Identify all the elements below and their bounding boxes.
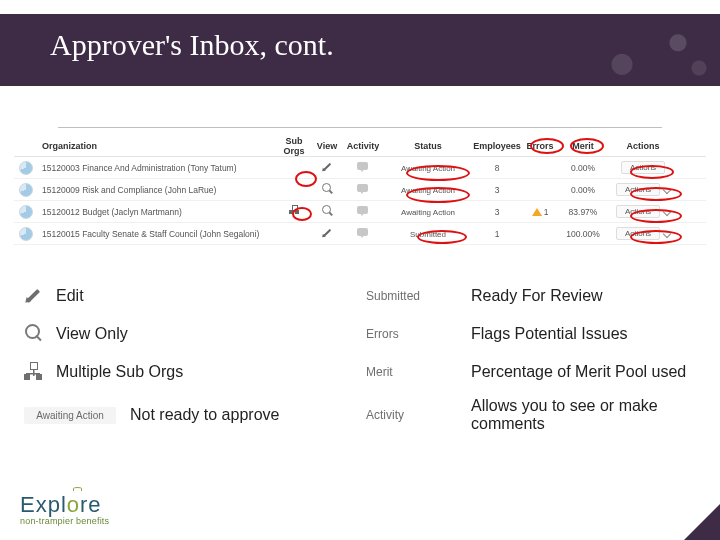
comment-icon[interactable] bbox=[357, 183, 369, 195]
chevron-down-icon[interactable] bbox=[663, 230, 671, 238]
divider bbox=[58, 127, 662, 128]
legend: Edit Submitted Ready For Review View Onl… bbox=[10, 283, 710, 445]
tree-icon[interactable] bbox=[288, 205, 300, 217]
page-title: Approver's Inbox, cont. bbox=[50, 28, 334, 62]
legend-label: Flags Potential Issues bbox=[471, 325, 710, 343]
col-merit: Merit bbox=[558, 141, 608, 151]
badge-submitted: Submitted bbox=[366, 289, 420, 303]
pie-icon bbox=[19, 183, 33, 197]
cell-merit: 0.00% bbox=[558, 163, 608, 173]
table-row: 15120015 Faculty Senate & Staff Council … bbox=[14, 223, 706, 245]
legend-label: View Only bbox=[56, 325, 366, 343]
status-chip: Awaiting Action bbox=[401, 208, 455, 217]
magnifier-icon[interactable] bbox=[321, 205, 333, 217]
cell-merit: 100.00% bbox=[558, 229, 608, 239]
comment-icon[interactable] bbox=[357, 161, 369, 173]
actions-button[interactable]: Actions bbox=[616, 183, 660, 196]
cell-org: 15120009 Risk and Compliance (John LaRue… bbox=[38, 185, 276, 195]
col-errors: Errors bbox=[522, 141, 558, 151]
legend-label: Not ready to approve bbox=[130, 406, 366, 424]
legend-label: Percentage of Merit Pool used bbox=[471, 363, 710, 381]
cell-emp: 3 bbox=[472, 207, 522, 217]
col-organization: Organization bbox=[38, 141, 276, 151]
cell-err: 1 bbox=[544, 207, 549, 217]
legend-label: Ready For Review bbox=[471, 287, 710, 305]
cell-org: 15120015 Faculty Senate & Staff Council … bbox=[38, 229, 276, 239]
col-status: Status bbox=[384, 141, 472, 151]
col-employees: Employees bbox=[472, 141, 522, 151]
explore-logo: Explore non-trampier benefits bbox=[20, 492, 109, 526]
pie-icon bbox=[19, 161, 33, 175]
pencil-icon[interactable] bbox=[321, 161, 333, 173]
badge-errors: Errors bbox=[366, 327, 399, 341]
cell-emp: 1 bbox=[472, 229, 522, 239]
table-row: 15120003 Finance And Administration (Ton… bbox=[14, 157, 706, 179]
awaiting-action-chip: Awaiting Action bbox=[24, 407, 116, 424]
tree-icon bbox=[23, 362, 43, 382]
table-row: 15120009 Risk and Compliance (John LaRue… bbox=[14, 179, 706, 201]
pie-icon bbox=[19, 227, 33, 241]
magnifier-icon[interactable] bbox=[321, 183, 333, 195]
pencil-icon[interactable] bbox=[321, 227, 333, 239]
status-chip: Awaiting Action bbox=[401, 186, 455, 195]
col-activity: Activity bbox=[342, 141, 384, 151]
table-row: 15120012 Budget (Jaclyn Martmann) Awaiti… bbox=[14, 201, 706, 223]
cell-org: 15120012 Budget (Jaclyn Martmann) bbox=[38, 207, 276, 217]
corner-accent bbox=[684, 504, 720, 540]
legend-label: Multiple Sub Orgs bbox=[56, 363, 366, 381]
actions-button[interactable]: Actions bbox=[616, 205, 660, 218]
legend-label: Edit bbox=[56, 287, 366, 305]
status-chip: Submitted bbox=[410, 230, 446, 239]
comment-icon[interactable] bbox=[357, 205, 369, 217]
title-banner: Approver's Inbox, cont. bbox=[0, 14, 720, 86]
cell-merit: 83.97% bbox=[558, 207, 608, 217]
legend-label: Allows you to see or make comments bbox=[471, 397, 710, 433]
col-view: View bbox=[312, 141, 342, 151]
comment-icon[interactable] bbox=[357, 227, 369, 239]
logo-subtitle: non-trampier benefits bbox=[20, 516, 109, 526]
table-header: Organization Sub Orgs View Activity Stat… bbox=[14, 135, 706, 157]
actions-button[interactable]: Actions bbox=[621, 161, 665, 174]
badge-activity: Activity bbox=[366, 408, 404, 422]
pencil-icon bbox=[23, 286, 43, 306]
magnifier-icon bbox=[23, 324, 43, 344]
slide: Approver's Inbox, cont. Organization Sub… bbox=[0, 0, 720, 540]
cell-org: 15120003 Finance And Administration (Ton… bbox=[38, 163, 276, 173]
cell-merit: 0.00% bbox=[558, 185, 608, 195]
cell-emp: 3 bbox=[472, 185, 522, 195]
chevron-down-icon[interactable] bbox=[663, 208, 671, 216]
status-chip: Awaiting Action bbox=[401, 164, 455, 173]
chevron-down-icon[interactable] bbox=[663, 186, 671, 194]
badge-merit: Merit bbox=[366, 365, 393, 379]
actions-button[interactable]: Actions bbox=[616, 227, 660, 240]
col-suborgs: Sub Orgs bbox=[276, 136, 312, 156]
inbox-table: Organization Sub Orgs View Activity Stat… bbox=[14, 135, 706, 245]
pie-icon bbox=[19, 205, 33, 219]
col-actions: Actions bbox=[608, 141, 678, 151]
warning-icon bbox=[532, 208, 542, 216]
cell-emp: 8 bbox=[472, 163, 522, 173]
